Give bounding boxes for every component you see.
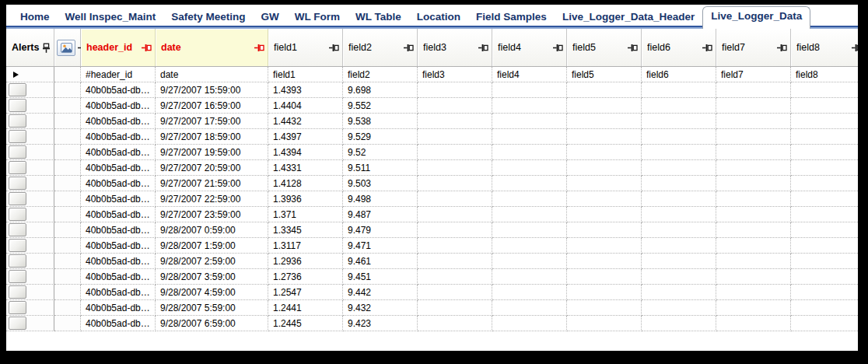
cell-date[interactable]: 9/27/2007 17:59:00 bbox=[156, 114, 268, 129]
cell-field8[interactable] bbox=[791, 160, 858, 176]
cell-field8[interactable] bbox=[791, 238, 858, 254]
cell-header_id[interactable]: 40b0b5ad-db… bbox=[81, 207, 156, 222]
cell-field4[interactable] bbox=[492, 254, 567, 269]
cell-field6[interactable] bbox=[642, 160, 716, 176]
cell-field2[interactable]: 9.498 bbox=[343, 191, 418, 207]
cell-field3[interactable] bbox=[418, 285, 492, 300]
image-icon-button[interactable] bbox=[57, 40, 75, 56]
cell-field5[interactable] bbox=[567, 285, 642, 300]
cell-field1[interactable]: 1.3345 bbox=[268, 222, 343, 238]
column-header-icon[interactable] bbox=[54, 29, 81, 66]
cell-icon-column[interactable] bbox=[54, 254, 81, 269]
cell-field8[interactable] bbox=[791, 82, 858, 98]
row-selector[interactable] bbox=[6, 222, 54, 238]
cell-field6[interactable] bbox=[642, 191, 716, 207]
row-selector-button[interactable] bbox=[9, 177, 26, 190]
cell-field3[interactable] bbox=[418, 254, 492, 269]
cell-field7[interactable] bbox=[716, 129, 791, 145]
row-selector-button[interactable] bbox=[9, 83, 26, 96]
cell-field3[interactable] bbox=[418, 98, 492, 114]
row-selector-button[interactable] bbox=[9, 239, 26, 252]
cell-field6[interactable] bbox=[642, 98, 716, 114]
cell-field3[interactable] bbox=[418, 269, 492, 285]
cell-field1[interactable]: 1.4394 bbox=[268, 145, 343, 160]
cell-field7[interactable] bbox=[716, 316, 791, 331]
row-selector[interactable] bbox=[6, 160, 54, 176]
cell-field2[interactable]: 9.479 bbox=[343, 222, 418, 238]
cell-field6[interactable] bbox=[642, 82, 716, 98]
cell-date[interactable]: date bbox=[156, 67, 268, 82]
cell-date[interactable]: 9/28/2007 4:59:00 bbox=[156, 285, 268, 300]
cell-field5[interactable] bbox=[567, 238, 642, 254]
cell-field1[interactable]: 1.2736 bbox=[268, 269, 343, 285]
cell-icon-column[interactable] bbox=[54, 129, 81, 145]
cell-field5[interactable] bbox=[567, 98, 642, 114]
cell-field1[interactable]: 1.2445 bbox=[268, 316, 343, 331]
cell-header_id[interactable]: 40b0b5ad-db… bbox=[81, 238, 156, 254]
row-selector-button[interactable] bbox=[9, 254, 26, 268]
cell-field4[interactable] bbox=[492, 222, 567, 238]
pushpin-vertical-icon[interactable] bbox=[42, 43, 51, 53]
cell-field7[interactable] bbox=[716, 82, 791, 98]
cell-field8[interactable]: field8 bbox=[791, 67, 858, 82]
cell-field1[interactable]: 1.3936 bbox=[268, 191, 343, 207]
cell-field3[interactable] bbox=[418, 129, 492, 145]
cell-field2[interactable]: 9.552 bbox=[343, 98, 418, 114]
cell-field4[interactable] bbox=[492, 129, 567, 145]
cell-field5[interactable] bbox=[567, 316, 642, 331]
cell-header_id[interactable]: 40b0b5ad-db… bbox=[81, 316, 156, 331]
cell-header_id[interactable]: 40b0b5ad-db… bbox=[81, 285, 156, 300]
row-selector[interactable] bbox=[6, 254, 54, 269]
cell-date[interactable]: 9/28/2007 5:59:00 bbox=[156, 300, 268, 316]
column-header-header_id[interactable]: header_id bbox=[81, 29, 156, 66]
cell-header_id[interactable]: 40b0b5ad-db… bbox=[81, 300, 156, 316]
cell-header_id[interactable]: 40b0b5ad-db… bbox=[81, 82, 156, 98]
cell-date[interactable]: 9/28/2007 0:59:00 bbox=[156, 222, 268, 238]
cell-icon-column[interactable] bbox=[54, 285, 81, 300]
cell-field7[interactable] bbox=[716, 176, 791, 191]
cell-field5[interactable] bbox=[567, 300, 642, 316]
row-selector[interactable] bbox=[6, 285, 54, 300]
cell-date[interactable]: 9/28/2007 6:59:00 bbox=[156, 316, 268, 331]
cell-field4[interactable] bbox=[492, 160, 567, 176]
cell-field4[interactable] bbox=[492, 176, 567, 191]
cell-date[interactable]: 9/27/2007 22:59:00 bbox=[156, 191, 268, 207]
row-selector-button[interactable] bbox=[9, 161, 26, 174]
pushpin-horizontal-icon[interactable] bbox=[553, 44, 563, 52]
cell-field2[interactable]: 9.451 bbox=[343, 269, 418, 285]
cell-field4[interactable]: field4 bbox=[492, 67, 567, 82]
cell-field2[interactable]: 9.432 bbox=[343, 300, 418, 316]
cell-field3[interactable] bbox=[418, 191, 492, 207]
cell-field7[interactable] bbox=[716, 269, 791, 285]
cell-icon-column[interactable] bbox=[54, 222, 81, 238]
cell-field5[interactable] bbox=[567, 207, 642, 222]
cell-field1[interactable]: 1.4128 bbox=[268, 176, 343, 191]
cell-field6[interactable] bbox=[642, 114, 716, 129]
cell-field8[interactable] bbox=[791, 207, 858, 222]
pushpin-horizontal-icon[interactable] bbox=[702, 44, 712, 52]
row-selector[interactable] bbox=[6, 176, 54, 191]
cell-field1[interactable]: 1.2547 bbox=[268, 285, 343, 300]
column-header-date[interactable]: date bbox=[156, 29, 268, 66]
cell-field1[interactable]: field1 bbox=[268, 67, 343, 82]
cell-field6[interactable] bbox=[642, 285, 716, 300]
pushpin-horizontal-icon[interactable] bbox=[142, 44, 152, 52]
row-selector[interactable] bbox=[6, 207, 54, 222]
pushpin-horizontal-icon[interactable] bbox=[478, 44, 488, 52]
pushpin-horizontal-icon[interactable] bbox=[852, 44, 858, 52]
cell-field5[interactable] bbox=[567, 114, 642, 129]
cell-field2[interactable]: 9.423 bbox=[343, 316, 418, 331]
cell-field8[interactable] bbox=[791, 114, 858, 129]
pushpin-horizontal-icon[interactable] bbox=[777, 44, 787, 52]
cell-field5[interactable]: field5 bbox=[567, 67, 642, 82]
cell-field4[interactable] bbox=[492, 207, 567, 222]
alerts-panel-header[interactable]: Alerts bbox=[6, 29, 54, 66]
cell-date[interactable]: 9/28/2007 1:59:00 bbox=[156, 238, 268, 254]
cell-icon-column[interactable] bbox=[54, 207, 81, 222]
cell-field4[interactable] bbox=[492, 238, 567, 254]
cell-field2[interactable]: 9.538 bbox=[343, 114, 418, 129]
cell-field8[interactable] bbox=[791, 269, 858, 285]
cell-field2[interactable]: 9.511 bbox=[343, 160, 418, 176]
cell-field3[interactable] bbox=[418, 145, 492, 160]
cell-field7[interactable] bbox=[716, 191, 791, 207]
